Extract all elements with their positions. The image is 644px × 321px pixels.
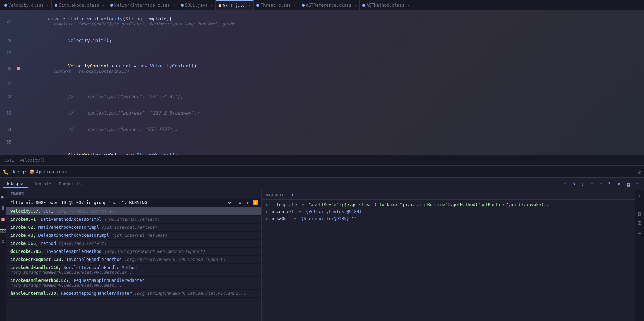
- tab-sqli[interactable]: SQLi.java ✕: [178, 0, 216, 10]
- frame-item-6[interactable]: invokeForRequest:133, InvocableHandlerMe…: [6, 256, 261, 264]
- side-btn-collapse-all[interactable]: ⊟: [636, 228, 643, 236]
- tab-astreference[interactable]: ASTReference.class ✕: [299, 0, 360, 10]
- var-val-swout: {StringWriter@9185} "": [301, 216, 356, 221]
- frames-thread-selector: "http-nio-8080-exec-10"@9,007 in group "…: [6, 198, 261, 207]
- debug-settings-icon[interactable]: ⚙: [638, 169, 641, 175]
- code-text-28: Velocity.init();: [21, 32, 644, 48]
- var-toggle-context[interactable]: ▶: [266, 210, 270, 214]
- debug-icon: 🐛: [3, 169, 9, 175]
- frames-nav: ▲ ▼ 🔽: [237, 199, 259, 206]
- debug-app-close[interactable]: ✕: [65, 170, 68, 174]
- frame-location-7: invokeAndHandle:116,: [10, 265, 61, 270]
- tab-velocity[interactable]: Velocity.class ✕: [1, 0, 52, 10]
- tab-astmethod-close[interactable]: ✕: [407, 3, 409, 7]
- frame-item-2[interactable]: invoke:62, NativeMethodAccessorImpl (jdk…: [6, 224, 261, 232]
- frame-item-8[interactable]: invokeHandlerMethod:827, RequestMappingH…: [6, 277, 261, 290]
- tab-thread-close[interactable]: ✕: [294, 3, 296, 7]
- debug-btn-step-over[interactable]: ↷: [570, 180, 578, 188]
- tab-simplenode[interactable]: SimpleNode.class ✕: [52, 0, 107, 10]
- tab-ssti[interactable]: SSTI.java ✕: [216, 0, 254, 10]
- tab-simplenode-close[interactable]: ✕: [102, 3, 104, 7]
- tab-debugger[interactable]: Debugger: [3, 181, 29, 188]
- debug-label: Debug:: [12, 169, 27, 174]
- side-btn-copy[interactable]: ⧉: [636, 210, 643, 218]
- frame-pkg-5: (org.springframework.web.method.support): [104, 249, 205, 254]
- breakpoint-28[interactable]: [16, 38, 21, 43]
- debug-btn-stop[interactable]: ✕: [615, 180, 623, 188]
- frames-filter-btn[interactable]: 🔽: [252, 199, 259, 206]
- debug-app-name: Application: [36, 169, 64, 174]
- tab-bar: Velocity.class ✕ SimpleNode.class ✕ Netw…: [0, 0, 644, 10]
- line-number-36: 36: [0, 155, 16, 155]
- frame-location-0: velocity:37,: [10, 209, 41, 214]
- code-text-32: // context.put("author", "Elliot A.");: [21, 89, 644, 104]
- thread-select[interactable]: "http-nio-8080-exec-10"@9,007 in group "…: [9, 200, 233, 205]
- frame-class-6: InvocableHandlerMethod: [66, 257, 122, 262]
- breadcrumb-part-velocity[interactable]: velocity(): [20, 158, 45, 163]
- debug-btn-menu[interactable]: ≡: [561, 180, 568, 188]
- tab-networkinterface[interactable]: NetworkInterface.class ✕: [107, 0, 178, 10]
- frame-item-9[interactable]: handleInternal:738, RequestMappingHandle…: [6, 290, 261, 298]
- frame-item-7[interactable]: invokeAndHandle:116, ServletInvocableHan…: [6, 264, 261, 277]
- var-item-template[interactable]: ▶ p template = "#set($e="e");$e.getClass…: [262, 201, 635, 208]
- var-item-context[interactable]: ▶ ◼ context = {VelocityContext@9184}: [262, 208, 635, 215]
- tab-ssti-label: SSTI.java: [223, 3, 246, 8]
- tab-networkinterface-close[interactable]: ✕: [173, 3, 175, 7]
- side-btn-remove[interactable]: −: [636, 201, 643, 209]
- line-number-27: 27: [0, 19, 16, 24]
- debug-btn-step-out[interactable]: ↑: [588, 180, 596, 188]
- tab-sqli-label: SQLi.java: [185, 3, 208, 8]
- var-toggle-swout[interactable]: ▶: [266, 217, 270, 221]
- breakpoint-30[interactable]: [16, 66, 21, 71]
- code-text-27: private static void velocity(String temp…: [21, 11, 644, 32]
- side-btn-add[interactable]: +: [636, 192, 643, 199]
- frame-pkg-7: (org.springframework.web.servlet.mvc.met…: [10, 270, 134, 275]
- tab-ssti-close[interactable]: ✕: [248, 3, 250, 7]
- tab-astmethod[interactable]: ASTMethod.class ✕: [360, 0, 412, 10]
- frame-item-5[interactable]: doInvoke:205, InvocableHandlerMethod (or…: [6, 248, 261, 256]
- breakpoint-29[interactable]: [16, 50, 21, 56]
- debug-app-icon: 📦: [29, 169, 35, 174]
- breakpoint-35[interactable]: [16, 139, 21, 145]
- var-toggle-template[interactable]: ▶: [266, 203, 270, 207]
- breakpoint-31[interactable]: [16, 81, 21, 87]
- breadcrumb-part-ssti[interactable]: SSTI: [4, 158, 14, 163]
- frame-pkg-9: (org.springframework.web.servlet.mvc.ann…: [134, 291, 246, 296]
- debug-btn-grid[interactable]: ▦: [624, 180, 632, 188]
- tab-velocity-label: Velocity.class: [8, 3, 44, 8]
- frame-item-0[interactable]: velocity:37, SSTI (org.joychou.controlle…: [6, 207, 261, 216]
- debug-btn-lines[interactable]: ≡: [634, 180, 641, 188]
- code-text-34: // context.put("phone", "555-1337");: [21, 122, 644, 137]
- frame-location-4: invoke:566,: [10, 241, 38, 246]
- frames-panel: Frames "http-nio-8080-exec-10"@9,007 in …: [6, 190, 262, 321]
- var-icon-template: p: [272, 203, 275, 207]
- var-item-swout[interactable]: ▶ ◼ swOut = {StringWriter@9185} "": [262, 215, 635, 222]
- breakpoint-33[interactable]: [16, 110, 21, 116]
- debug-title: Debug: 📦 Application ✕: [12, 169, 68, 174]
- debug-btn-step-into[interactable]: ↓: [579, 180, 587, 188]
- frame-item-1[interactable]: invoke0:-1, NativeMethodAccessorImpl (jd…: [6, 216, 261, 224]
- tab-thread[interactable]: Thread.class ✕: [254, 0, 299, 10]
- debug-btn-run-cursor[interactable]: ↑: [597, 180, 605, 188]
- add-watch-button[interactable]: +: [290, 192, 296, 198]
- tab-sqli-close[interactable]: ✕: [211, 3, 213, 7]
- breakpoint-32[interactable]: [16, 94, 21, 100]
- frames-nav-up[interactable]: ▲: [237, 199, 243, 206]
- frame-item-3[interactable]: invoke:43, DelegatingMethodAccessorImpl …: [6, 232, 261, 240]
- breakpoint-27[interactable]: [16, 19, 21, 24]
- frame-item-4[interactable]: invoke:566, Method (java.lang.reflect): [6, 240, 261, 248]
- debug-btn-evaluate[interactable]: ↻: [606, 180, 614, 188]
- code-text-33: // context.put("address", "217 E Broadwa…: [21, 105, 644, 121]
- line-number-35: 35: [0, 140, 16, 145]
- breakpoint-34[interactable]: [16, 127, 21, 132]
- tab-console[interactable]: Console: [31, 181, 54, 187]
- frames-nav-down[interactable]: ▼: [245, 199, 251, 206]
- var-name-context: context: [277, 209, 295, 214]
- breakpoint-36[interactable]: [16, 155, 21, 155]
- tab-velocity-close[interactable]: ✕: [47, 3, 49, 7]
- tab-astreference-close[interactable]: ✕: [354, 3, 356, 7]
- side-btn-expand-all[interactable]: ⊞: [636, 219, 643, 227]
- tab-endpoints[interactable]: Endpoints: [56, 181, 84, 187]
- frame-location-2: invoke:62,: [10, 225, 36, 230]
- code-text-36: StringWriter swOut = new StringWriter();…: [21, 147, 644, 155]
